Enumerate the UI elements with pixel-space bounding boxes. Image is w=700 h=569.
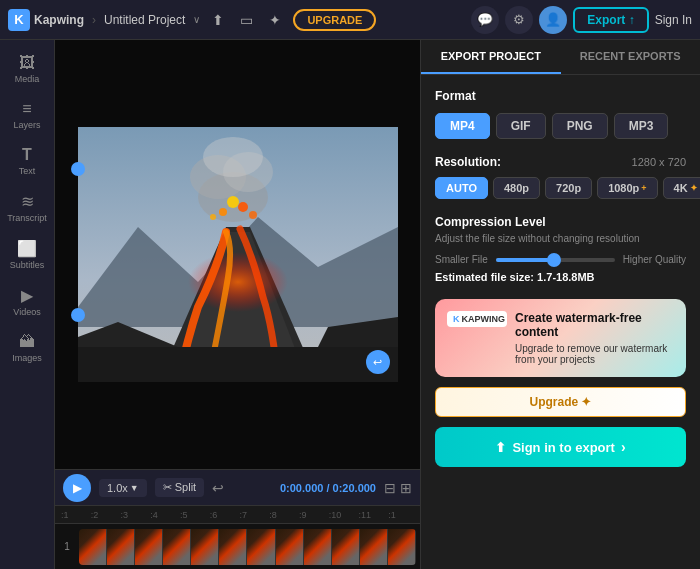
sidebar-item-layers[interactable]: ≡ Layers <box>3 94 51 136</box>
handle-top-left[interactable] <box>71 162 85 176</box>
track-frame <box>388 529 416 565</box>
sidebar-label-transcript: Transcript <box>7 213 47 223</box>
upgrade-card-button[interactable]: Upgrade ✦ <box>435 387 686 417</box>
monitor-button[interactable]: ▭ <box>236 10 257 30</box>
upgrade-card-text: Create watermark-free content Upgrade to… <box>515 311 674 365</box>
main-layout: 🖼 Media ≡ Layers T Text ≋ Transcript ⬜ S… <box>0 40 700 569</box>
file-size-value: 1.7-18.8MB <box>537 271 594 283</box>
project-chevron[interactable]: ∨ <box>193 14 200 25</box>
sidebar-item-images[interactable]: 🏔 Images <box>3 327 51 369</box>
speed-button[interactable]: 1.0x▼ <box>99 479 147 497</box>
signin-button-top[interactable]: Sign In <box>655 13 692 27</box>
ruler-mark: :6 <box>208 510 238 520</box>
signin-export-label: Sign in to export <box>512 440 615 455</box>
upgrade-card-title: Create watermark-free content <box>515 311 674 339</box>
res-auto[interactable]: AUTO <box>435 177 488 199</box>
magic-button[interactable]: ✦ <box>265 10 285 30</box>
res-720p[interactable]: 720p <box>545 177 592 199</box>
svg-point-12 <box>249 211 257 219</box>
file-size: Estimated file size: 1.7-18.8MB <box>435 271 686 283</box>
track-frame <box>163 529 191 565</box>
track-frame <box>276 529 304 565</box>
sidebar-item-transcript[interactable]: ≋ Transcript <box>3 186 51 229</box>
format-mp3[interactable]: MP3 <box>614 113 669 139</box>
settings-button[interactable]: ⚙ <box>505 6 533 34</box>
topbar-right: 💬 ⚙ 👤 Export ↑ Sign In <box>471 6 692 34</box>
video-area: ↩ <box>55 40 420 469</box>
text-icon: T <box>22 146 32 164</box>
format-png[interactable]: PNG <box>552 113 608 139</box>
panel-tabs: EXPORT PROJECT RECENT EXPORTS <box>421 40 700 75</box>
sidebar-item-text[interactable]: T Text <box>3 140 51 182</box>
message-button[interactable]: 💬 <box>471 6 499 34</box>
slider-fill <box>496 258 549 262</box>
res-4k[interactable]: 4K✦ <box>663 177 700 199</box>
upgrade-button[interactable]: UPGRADE <box>293 9 376 31</box>
track-strip[interactable] <box>79 529 416 565</box>
images-icon: 🏔 <box>19 333 35 351</box>
ruler-mark: :11 <box>357 510 387 520</box>
timeline-end-buttons: ⊟ ⊞ <box>384 480 412 496</box>
upgrade-card-desc: Upgrade to remove our watermark from you… <box>515 343 674 365</box>
video-thumbnail <box>78 127 398 382</box>
transcript-icon: ≋ <box>21 192 34 211</box>
timeline-time: 0:00.000 / 0:20.000 <box>280 482 376 494</box>
slider-thumb[interactable] <box>547 253 561 267</box>
sidebar-item-videos[interactable]: ▶ Videos <box>3 280 51 323</box>
res-480p[interactable]: 480p <box>493 177 540 199</box>
track-frame <box>247 529 275 565</box>
content-area: ↩ ▶ 1.0x▼ ✂ Split ↩ 0:00.000 / 0:20.000 … <box>55 40 420 569</box>
format-gif[interactable]: GIF <box>496 113 546 139</box>
ruler-mark: :2 <box>89 510 119 520</box>
track-frame <box>332 529 360 565</box>
sidebar: 🖼 Media ≡ Layers T Text ≋ Transcript ⬜ S… <box>0 40 55 569</box>
track-frame <box>107 529 135 565</box>
zoom-out-button[interactable]: ⊟ <box>384 480 396 496</box>
export-button-top[interactable]: Export ↑ <box>573 7 648 33</box>
sidebar-label-videos: Videos <box>13 307 40 317</box>
user-button[interactable]: 👤 <box>539 6 567 34</box>
ruler-mark: :10 <box>327 510 357 520</box>
sidebar-label-subtitles: Subtitles <box>10 260 45 270</box>
logo-icon: K <box>8 9 30 31</box>
compression-slider[interactable] <box>496 258 615 262</box>
split-button[interactable]: ✂ Split <box>155 478 204 497</box>
kapwing-logo-badge: K KAPWING <box>447 311 507 327</box>
resolution-label: Resolution: <box>435 155 632 169</box>
sidebar-label-text: Text <box>19 166 36 176</box>
track-frame <box>79 529 107 565</box>
track-label: 1 <box>59 541 75 552</box>
timeline-controls: ▶ 1.0x▼ ✂ Split ↩ 0:00.000 / 0:20.000 ⊟ … <box>55 470 420 506</box>
media-icon: 🖼 <box>19 54 35 72</box>
ruler-mark: :7 <box>238 510 268 520</box>
brand-logo: K Kapwing <box>8 9 84 31</box>
smaller-label: Smaller File <box>435 254 488 265</box>
undo-button[interactable]: ↩ <box>212 480 224 496</box>
higher-label: Higher Quality <box>623 254 686 265</box>
slider-row: Smaller File Higher Quality <box>435 254 686 265</box>
ruler-mark: :8 <box>267 510 297 520</box>
track-frame <box>304 529 332 565</box>
brand-name: Kapwing <box>34 13 84 27</box>
format-mp4[interactable]: MP4 <box>435 113 490 139</box>
tab-recent-exports[interactable]: RECENT EXPORTS <box>561 40 701 74</box>
play-button[interactable]: ▶ <box>63 474 91 502</box>
video-container: ↩ <box>78 127 398 382</box>
arrow-icon: › <box>621 439 626 455</box>
signin-export-button[interactable]: ⬆ Sign in to export › <box>435 427 686 467</box>
format-buttons: MP4 GIF PNG MP3 <box>435 113 686 139</box>
handle-bottom-left[interactable] <box>71 308 85 322</box>
sidebar-label-media: Media <box>15 74 40 84</box>
svg-point-10 <box>238 202 248 212</box>
zoom-in-button[interactable]: ⊞ <box>400 480 412 496</box>
svg-rect-14 <box>78 347 398 382</box>
project-name[interactable]: Untitled Project <box>104 13 185 27</box>
track-frame <box>360 529 388 565</box>
compression-sub: Adjust the file size without changing re… <box>435 233 686 244</box>
res-1080p[interactable]: 1080p+ <box>597 177 657 199</box>
sidebar-item-subtitles[interactable]: ⬜ Subtitles <box>3 233 51 276</box>
upload-button[interactable]: ⬆ <box>208 10 228 30</box>
sidebar-item-media[interactable]: 🖼 Media <box>3 48 51 90</box>
track-frame <box>219 529 247 565</box>
tab-export-project[interactable]: EXPORT PROJECT <box>421 40 561 74</box>
